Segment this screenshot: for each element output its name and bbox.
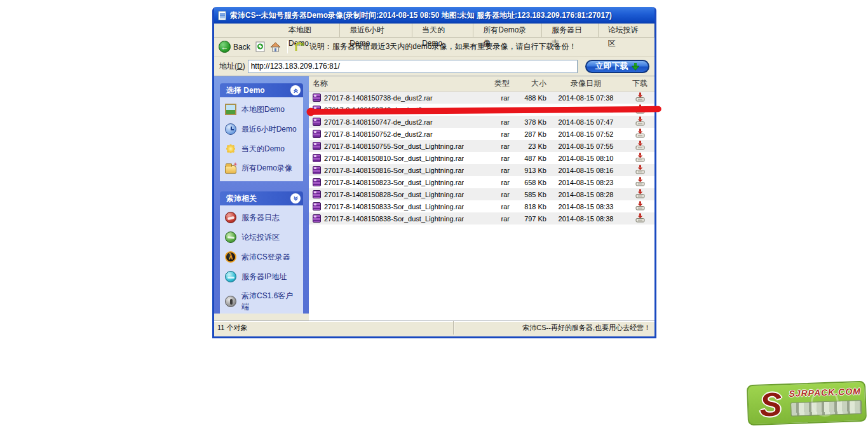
sidebar-item[interactable]: 当天的Demo [225, 143, 301, 155]
file-type: rar [485, 94, 510, 102]
sidebar-item-label: 索沛CS1.6客户端 [241, 291, 301, 312]
table-row[interactable]: 27017-8-1408150755-Sor_dust_Lightning.ra… [309, 140, 654, 152]
section-header-choose-demo[interactable]: 选择 Demo [220, 83, 303, 97]
address-bar: 地址(D) 立即下载 [214, 57, 654, 76]
lambda-icon [225, 251, 236, 263]
table-row[interactable]: 27017-8-1408150738-de_dust2.rar rar 488 … [309, 92, 654, 104]
file-date: 2014-08-15 07:38 [546, 94, 625, 102]
content-area: 选择 Demo 本地图Demo [214, 76, 654, 321]
download-icon[interactable] [635, 116, 645, 127]
table-row[interactable]: 27017-8-1408150810-Sor_dust_Lightning.ra… [309, 152, 654, 164]
file-name: 27017-8-1408150816-Sor_dust_Lightning.ra… [324, 167, 464, 174]
toolbar-separator [287, 41, 288, 53]
sidebar-item[interactable]: 最近6小时Demo [225, 123, 301, 135]
table-row[interactable]: 27017-8-1408150816-Sor_dust_Lightning.ra… [309, 164, 654, 176]
sidebar-item[interactable]: 服务器日志 [225, 212, 301, 223]
rar-file-icon [313, 118, 321, 126]
file-type: rar [485, 167, 510, 174]
download-now-button[interactable]: 立即下载 [585, 60, 649, 73]
sidebar-item-label: 索沛CS登录器 [241, 252, 290, 263]
download-icon[interactable] [635, 92, 645, 103]
file-size: 487 Kb [510, 155, 546, 162]
ip-icon [225, 271, 236, 282]
table-row[interactable]: 27017-8-1408150828-Sor_dust_Lightning.ra… [309, 188, 654, 200]
file-type: rar [485, 118, 510, 126]
file-date: 2014-08-15 08:23 [546, 179, 625, 186]
watermark-logo: S SJRPACK.COM [747, 381, 867, 425]
rar-file-icon [313, 154, 321, 162]
section-title: 选择 Demo [226, 85, 265, 96]
menu-tab[interactable]: 服务器日志 [542, 24, 598, 37]
file-date: 2014-08-15 08:10 [546, 155, 625, 162]
sidebar-item-label: 当天的Demo [241, 144, 285, 155]
sidebar-item[interactable]: 索沛CS1.6客户端 [225, 291, 301, 312]
file-type: rar [485, 179, 510, 186]
column-header-download[interactable]: 下载 [625, 78, 654, 89]
download-arrow-icon [632, 62, 639, 71]
download-icon[interactable] [635, 141, 645, 151]
back-button[interactable]: ← Back [219, 41, 250, 53]
menu-tab[interactable]: 所有Demo录像 [473, 24, 542, 37]
table-row[interactable]: 27017-8-1408150752-de_dust2.rar rar 287 … [309, 128, 654, 140]
status-bar: 11 个对象 索沛CS--再好的服务器,也要用心去经营！ [214, 321, 654, 335]
file-name: 27017-8-1408150742-de_dust2.rar [324, 106, 433, 114]
watermark-letter: S [752, 387, 790, 423]
file-size: 471 Kb [510, 106, 546, 114]
chevron-down-icon[interactable] [290, 193, 301, 204]
column-header-name[interactable]: 名称 [309, 78, 485, 89]
file-date: 2014-08-15 08:33 [546, 203, 625, 211]
download-icon[interactable] [635, 189, 645, 200]
file-size: 378 Kb [510, 118, 546, 126]
column-header-size[interactable]: 大小 [510, 78, 546, 89]
download-icon[interactable] [635, 153, 645, 163]
file-date: 2014-08-15 07:42 [546, 106, 625, 114]
client-icon [225, 296, 236, 307]
sidebar-item[interactable]: 论坛投诉区 [225, 231, 301, 243]
table-row[interactable]: 27017-8-1408150833-Sor_dust_Lightning.ra… [309, 200, 654, 212]
address-input[interactable] [248, 60, 578, 73]
sidebar-item[interactable]: 本地图Demo [225, 104, 301, 115]
download-icon[interactable] [635, 201, 645, 212]
file-type: rar [485, 203, 510, 211]
download-icon[interactable] [635, 177, 645, 188]
column-header-date[interactable]: 录像日期 [546, 78, 625, 89]
table-row[interactable]: 27017-8-1408150742-de_dust2.rar rar 471 … [309, 104, 654, 116]
file-type: rar [485, 142, 510, 150]
chevron-up-icon[interactable] [290, 85, 301, 95]
app-window: 索沛CS--未知号服务器Demo录像(录制时间:2014-08-15 08:50… [212, 7, 656, 338]
refresh-icon[interactable] [255, 41, 266, 52]
download-icon[interactable] [635, 165, 645, 176]
rar-file-icon [313, 190, 321, 198]
menu-tab[interactable]: 本地图Demo [279, 24, 340, 37]
sidebar-item[interactable]: 所有Demo录像 [225, 163, 301, 174]
sidebar-item-label: 论坛投诉区 [241, 232, 280, 243]
file-name: 27017-8-1408150833-Sor_dust_Lightning.ra… [324, 203, 464, 211]
download-icon[interactable] [635, 213, 645, 224]
download-icon[interactable] [635, 128, 645, 139]
home-icon[interactable] [270, 41, 281, 52]
table-row[interactable]: 27017-8-1408150838-Sor_dust_Lightning.ra… [309, 212, 654, 224]
clock-icon [225, 123, 236, 135]
window-title: 索沛CS--未知号服务器Demo录像(录制时间:2014-08-15 08:50… [230, 10, 612, 21]
file-size: 913 Kb [510, 167, 546, 174]
table-row[interactable]: 27017-8-1408150823-Sor_dust_Lightning.ra… [309, 176, 654, 188]
file-size: 658 Kb [510, 179, 546, 186]
server-notice: 说明：服务器保留最近3天内的demo录像，如果有重要录像，请自行下载备份！ [309, 41, 577, 52]
sidebar-item[interactable]: 索沛CS登录器 [225, 251, 301, 263]
file-size: 797 Kb [510, 215, 546, 223]
file-date: 2014-08-15 08:28 [546, 191, 625, 198]
address-label: 地址(D) [219, 61, 245, 72]
file-name: 27017-8-1408150738-de_dust2.rar [324, 94, 433, 102]
column-header-type[interactable]: 类型 [485, 78, 510, 89]
sidebar-item[interactable]: 服务器IP地址 [225, 271, 301, 282]
menu-tab[interactable]: 当天的Demo [412, 24, 473, 37]
menu-tab-bar: 本地图Demo 最近6小时Demo 当天的Demo 所有Demo录像 服务器日志… [214, 24, 654, 38]
log-icon [225, 212, 236, 223]
table-row[interactable]: 27017-8-1408150747-de_dust2.rar rar 378 … [309, 116, 654, 128]
file-type: rar [485, 215, 510, 223]
menu-tab[interactable]: 最近6小时Demo [340, 24, 412, 37]
menu-tab[interactable]: 论坛投诉区 [599, 24, 654, 37]
download-icon[interactable] [635, 104, 645, 115]
file-table-body: 27017-8-1408150738-de_dust2.rar rar 488 … [309, 92, 654, 224]
section-header-related[interactable]: 索沛相关 [220, 191, 303, 205]
